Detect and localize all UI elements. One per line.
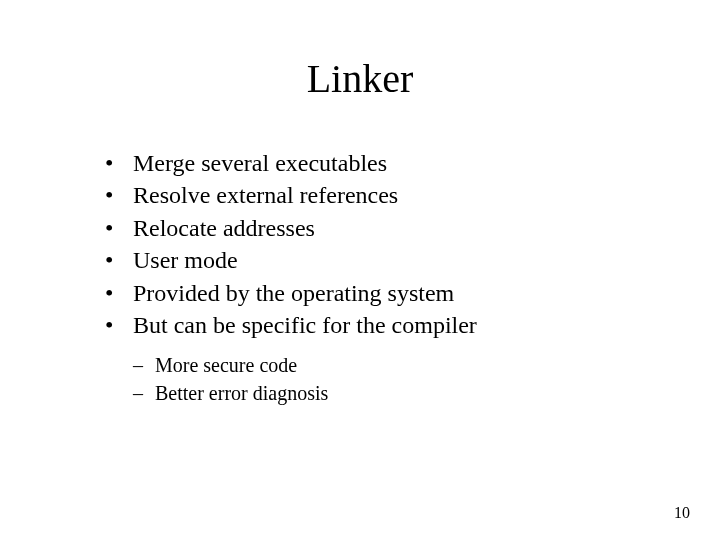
sub-bullet-item: Better error diagnosis (133, 379, 660, 407)
slide-title: Linker (60, 55, 660, 102)
bullet-item: Merge several executables (105, 147, 660, 179)
page-number: 10 (674, 504, 690, 522)
bullet-item: Provided by the operating system (105, 277, 660, 309)
slide: Linker Merge several executables Resolve… (0, 0, 720, 540)
bullet-item: Resolve external references (105, 179, 660, 211)
sub-bullet-list: More secure code Better error diagnosis (60, 351, 660, 407)
sub-bullet-item: More secure code (133, 351, 660, 379)
bullet-item: But can be specific for the compiler (105, 309, 660, 341)
bullet-item: User mode (105, 244, 660, 276)
bullet-list: Merge several executables Resolve extern… (60, 147, 660, 341)
bullet-item: Relocate addresses (105, 212, 660, 244)
